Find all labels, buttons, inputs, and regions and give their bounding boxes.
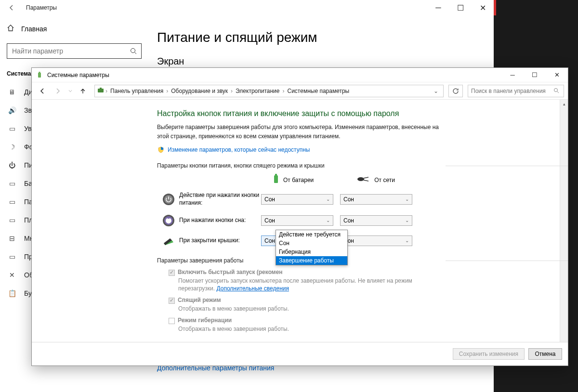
- search-icon: [552, 87, 561, 95]
- sidebar-item-icon: ▭: [8, 180, 16, 187]
- svg-line-7: [557, 91, 559, 93]
- checkbox-icon: [169, 298, 175, 304]
- lid-icon: [162, 234, 175, 248]
- sleep-button-ac-select[interactable]: Сон⌄: [340, 215, 412, 226]
- refresh-button[interactable]: [448, 85, 463, 97]
- svg-rect-4: [98, 89, 104, 92]
- chevron-down-icon: ⌄: [405, 238, 409, 243]
- dropdown-option[interactable]: Действие не требуется: [276, 230, 347, 239]
- cp-titlebar: Системные параметры ─ ☐ ✕: [32, 68, 568, 82]
- nav-up-button[interactable]: [76, 85, 90, 97]
- power-button-ac-select[interactable]: Сон⌄: [340, 194, 412, 205]
- scroll-up-icon[interactable]: ▴: [560, 100, 568, 108]
- sidebar-item-icon: ▭: [8, 125, 16, 132]
- sleep-label: Спящий режим: [178, 297, 221, 303]
- cp-heading: Настройка кнопок питания и включение защ…: [157, 109, 443, 118]
- chevron-down-icon: ⌄: [405, 196, 409, 202]
- dropdown-option[interactable]: Гибернация: [276, 248, 347, 256]
- cp-close-button[interactable]: ✕: [546, 68, 568, 82]
- sidebar-home[interactable]: Главная: [7, 22, 140, 36]
- cp-window-title: Системные параметры: [47, 72, 109, 78]
- scrollbar[interactable]: ▴: [560, 100, 568, 342]
- sidebar-item-icon: ▭: [8, 198, 16, 206]
- section-title: Экран: [157, 56, 481, 67]
- fast-startup-checkbox: Включить быстрый запуск (рекомен: [169, 269, 443, 276]
- svg-point-0: [131, 49, 135, 53]
- settings-search[interactable]: [7, 43, 142, 59]
- hibernate-desc: Отображать в меню завершения работы.: [178, 325, 443, 333]
- recent-dropdown-button[interactable]: [66, 85, 74, 97]
- home-icon: [7, 24, 14, 34]
- window-controls: ─ ☐ ✕: [427, 0, 494, 15]
- cp-search-input[interactable]: [471, 88, 552, 94]
- cancel-button[interactable]: Отмена: [528, 348, 562, 360]
- dropdown-option[interactable]: Сон: [276, 239, 347, 248]
- crumb-item[interactable]: Электропитание: [234, 88, 281, 94]
- nav-forward-button[interactable]: [51, 85, 65, 97]
- crumb-item[interactable]: Оборудование и звук: [169, 88, 230, 94]
- battery-label: От батареи: [283, 177, 314, 183]
- settings-title: Параметры: [26, 4, 57, 11]
- row-label: При нажатии кнопки сна:: [179, 217, 261, 224]
- power-button-battery-select[interactable]: Сон⌄: [261, 194, 333, 205]
- minimize-button[interactable]: ─: [427, 0, 449, 15]
- sidebar-item-icon: 📋: [8, 289, 16, 297]
- cp-search[interactable]: [468, 85, 564, 97]
- shield-icon: [157, 146, 165, 154]
- more-info-link[interactable]: Дополнительные сведения: [216, 285, 289, 292]
- cp-content: ▴ Настройка кнопок питания и включение з…: [32, 100, 568, 342]
- save-button[interactable]: Сохранить изменения: [453, 348, 525, 360]
- power-row: Действие при нажатии кнопки питания: Сон…: [157, 192, 443, 207]
- arrow-left-icon: [8, 4, 15, 11]
- lid-battery-dropdown[interactable]: Действие не требуется Сон Гибернация Зав…: [276, 230, 348, 265]
- svg-line-1: [135, 52, 137, 54]
- dropdown-option[interactable]: Завершение работы: [276, 256, 347, 265]
- control-panel-window: Системные параметры ─ ☐ ✕ › Панель управ…: [31, 67, 568, 366]
- svg-rect-2: [38, 73, 41, 78]
- hibernate-checkbox: Режим гибернации: [169, 317, 443, 324]
- power-source-header: От батареи От сети: [273, 174, 443, 186]
- sidebar-item-icon: ☽: [8, 143, 16, 151]
- back-button[interactable]: [6, 2, 17, 13]
- chevron-down-icon: ⌄: [405, 218, 409, 223]
- fast-startup-label: Включить быстрый запуск (рекомен: [178, 269, 283, 275]
- nav-back-button[interactable]: [36, 85, 49, 97]
- svg-rect-5: [100, 88, 102, 89]
- chevron-down-icon: ⌄: [326, 196, 330, 202]
- sleep-desc: Отображать в меню завершения работы.: [178, 305, 443, 313]
- change-unavailable-link[interactable]: Изменение параметров, которые сейчас нед…: [168, 146, 310, 153]
- cp-minimize-button[interactable]: ─: [501, 68, 524, 82]
- fast-startup-desc: Помогает ускорить запуск компьютера посл…: [178, 277, 443, 293]
- cp-maximize-button[interactable]: ☐: [524, 68, 546, 82]
- settings-titlebar: Параметры ─ ☐ ✕: [0, 0, 494, 15]
- cp-description: Выберите параметры завершения работы для…: [157, 123, 443, 141]
- chevron-right-icon: ›: [166, 88, 168, 94]
- settings-search-input[interactable]: [7, 47, 126, 55]
- svg-rect-9: [275, 174, 277, 175]
- svg-rect-3: [39, 72, 40, 73]
- hibernate-label: Режим гибернации: [178, 317, 232, 324]
- close-button[interactable]: ✕: [472, 0, 494, 15]
- ac-label: От сети: [374, 177, 395, 183]
- sidebar-item-icon: 🖥: [8, 88, 16, 96]
- breadcrumb[interactable]: › Панель управления › Оборудование и зву…: [94, 85, 444, 97]
- sidebar-item-icon: ⏻: [8, 161, 16, 169]
- ac-plug-icon: [357, 176, 370, 184]
- sidebar-item-icon: ▭: [8, 253, 16, 261]
- maximize-button[interactable]: ☐: [449, 0, 472, 15]
- checkbox-icon: [169, 270, 175, 276]
- uac-link-row: Изменение параметров, которые сейчас нед…: [157, 146, 443, 154]
- sleep-button-battery-select[interactable]: Сон⌄: [261, 215, 333, 226]
- power-button-icon: [162, 193, 175, 206]
- checkbox-icon: [169, 318, 175, 324]
- cp-root-icon: [97, 86, 105, 95]
- sleep-button-icon: [162, 214, 175, 227]
- crumb-item[interactable]: Системные параметры: [285, 88, 351, 94]
- sidebar-item-icon: ▭: [8, 216, 16, 224]
- cp-window-controls: ─ ☐ ✕: [501, 68, 568, 82]
- svg-point-10: [357, 177, 364, 181]
- lid-ac-select[interactable]: Сон⌄: [340, 235, 412, 246]
- chevron-right-icon: ›: [282, 88, 284, 94]
- crumb-item[interactable]: Панель управления: [108, 88, 165, 94]
- crumb-history-button[interactable]: ⌄: [431, 88, 441, 94]
